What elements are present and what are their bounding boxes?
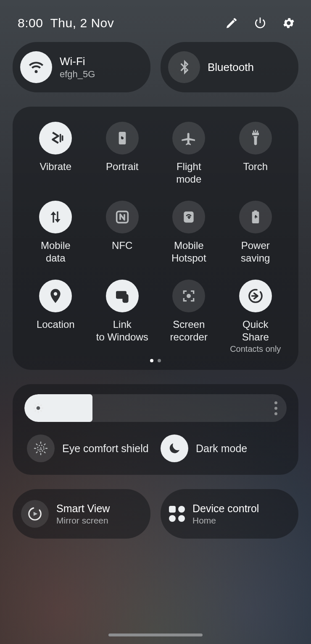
tile-label: Portrait	[106, 160, 138, 186]
tile-label: Linkto Windows	[96, 318, 148, 343]
eye-comfort-label: Eye comfort shield	[62, 442, 149, 455]
dark-mode-toggle[interactable]: Dark mode	[158, 435, 287, 462]
brightness-slider[interactable]	[24, 394, 287, 422]
wifi-toggle[interactable]: Wi-Fi efgh_5G	[13, 42, 150, 92]
wifi-subtitle: efgh_5G	[60, 69, 95, 80]
bluetooth-label: Bluetooth	[208, 61, 254, 74]
bluetooth-icon	[168, 51, 200, 83]
dark-mode-label: Dark mode	[196, 442, 247, 455]
home-indicator[interactable]	[108, 634, 203, 636]
date: Thu, 2 Nov	[50, 16, 114, 30]
brightness-menu-icon[interactable]	[274, 401, 277, 415]
bluetooth-toggle[interactable]: Bluetooth	[161, 42, 298, 92]
settings-icon[interactable]	[282, 16, 296, 30]
wifi-icon	[20, 51, 52, 83]
brightness-card: Eye comfort shield Dark mode	[13, 384, 298, 475]
torch-icon	[239, 122, 272, 154]
clock-date: 8:00 Thu, 2 Nov	[18, 16, 114, 30]
quick-tiles-card: VibratePortraitFlightmodeTorchMobiledata…	[13, 107, 298, 370]
wifi-label: Wi-Fi	[60, 55, 95, 68]
apps-icon	[169, 506, 185, 522]
smart-view-icon	[21, 500, 49, 528]
eye-comfort-toggle[interactable]: Eye comfort shield	[24, 435, 153, 462]
page-dot	[158, 359, 161, 362]
portrait-icon	[106, 122, 139, 154]
battery-icon	[239, 201, 272, 233]
tile-nfc[interactable]: NFC	[90, 201, 155, 264]
tile-label: Mobiledata	[41, 239, 71, 264]
updown-icon	[39, 201, 72, 233]
page-indicator[interactable]	[24, 359, 287, 362]
smart-view-button[interactable]: Smart View Mirror screen	[13, 489, 150, 539]
tile-label: Screenrecorder	[170, 318, 208, 343]
location-icon	[39, 280, 72, 312]
tile-label: MobileHotspot	[171, 239, 206, 264]
airplane-icon	[172, 122, 205, 154]
tile-label: NFC	[112, 239, 132, 264]
tile-vibrate[interactable]: Vibrate	[24, 122, 88, 186]
tile-torch[interactable]: Torch	[224, 122, 288, 186]
tile-sublabel: Contacts only	[230, 344, 281, 354]
tile-linkwindows[interactable]: Linkto Windows	[90, 280, 155, 354]
tile-label: Location	[37, 318, 75, 343]
device-control-title: Device control	[192, 503, 259, 515]
tile-screenrec[interactable]: Screenrecorder	[157, 280, 221, 354]
tile-powersave[interactable]: Powersaving	[224, 201, 288, 264]
tile-label: QuickShare	[242, 318, 269, 343]
tile-location[interactable]: Location	[24, 280, 88, 354]
screenrec-icon	[172, 280, 205, 312]
linkwin-icon	[106, 280, 139, 312]
tile-hotspot[interactable]: MobileHotspot	[157, 201, 221, 264]
tile-quickshare[interactable]: QuickShareContacts only	[224, 280, 288, 354]
eye-comfort-icon	[27, 435, 55, 462]
clock: 8:00	[18, 16, 43, 30]
tile-mobiledata[interactable]: Mobiledata	[24, 201, 88, 264]
tile-label: Powersaving	[241, 239, 270, 264]
device-control-subtitle: Home	[192, 516, 259, 526]
power-icon[interactable]	[253, 16, 267, 30]
tile-label: Vibrate	[40, 160, 71, 186]
smart-view-subtitle: Mirror screen	[56, 516, 110, 526]
device-control-button[interactable]: Device control Home	[161, 489, 298, 539]
status-bar: 8:00 Thu, 2 Nov	[0, 0, 311, 39]
smart-view-title: Smart View	[56, 503, 110, 515]
nfc-icon	[106, 201, 139, 233]
tile-flight[interactable]: Flightmode	[157, 122, 221, 186]
vibrate-icon	[39, 122, 72, 154]
page-dot	[150, 359, 153, 362]
tile-label: Flightmode	[176, 160, 201, 186]
hotspot-icon	[172, 201, 205, 233]
tile-label: Torch	[243, 160, 268, 186]
edit-icon[interactable]	[224, 16, 239, 30]
moon-icon	[161, 435, 188, 462]
quickshare-icon	[239, 280, 272, 312]
tile-portrait[interactable]: Portrait	[90, 122, 155, 186]
brightness-icon	[33, 403, 44, 414]
